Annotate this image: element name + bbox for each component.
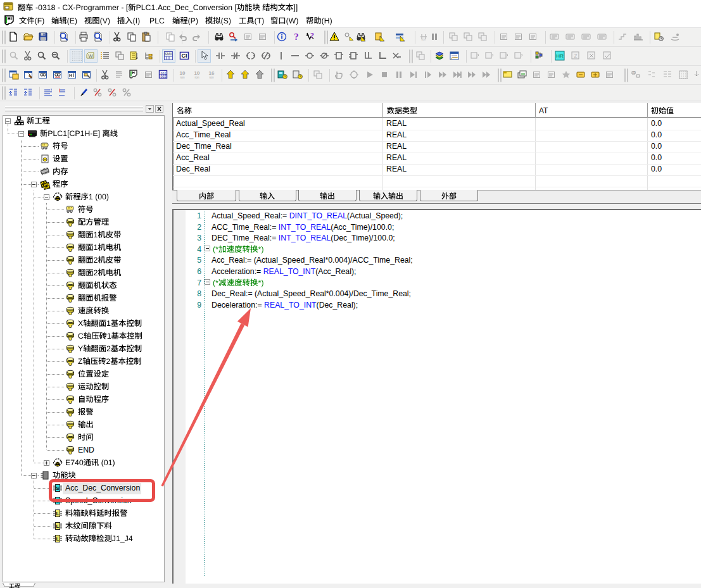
svg-text:ron: ron: [421, 37, 426, 41]
svg-text:CI: CI: [182, 53, 187, 59]
svg-text:002: 002: [160, 75, 166, 79]
svg-text:Z: Z: [574, 53, 578, 59]
svg-text:ron: ron: [194, 75, 199, 79]
svg-text:ron: ron: [180, 75, 184, 79]
svg-text:D: D: [633, 70, 636, 74]
svg-text:?: ?: [294, 32, 299, 42]
svg-text:L: L: [56, 511, 60, 516]
svg-text:ron: ron: [209, 75, 213, 79]
svg-text:L: L: [56, 536, 60, 542]
svg-text:L: L: [56, 523, 60, 529]
svg-text:HR: HR: [556, 53, 564, 59]
svg-text:?: ?: [310, 31, 314, 40]
